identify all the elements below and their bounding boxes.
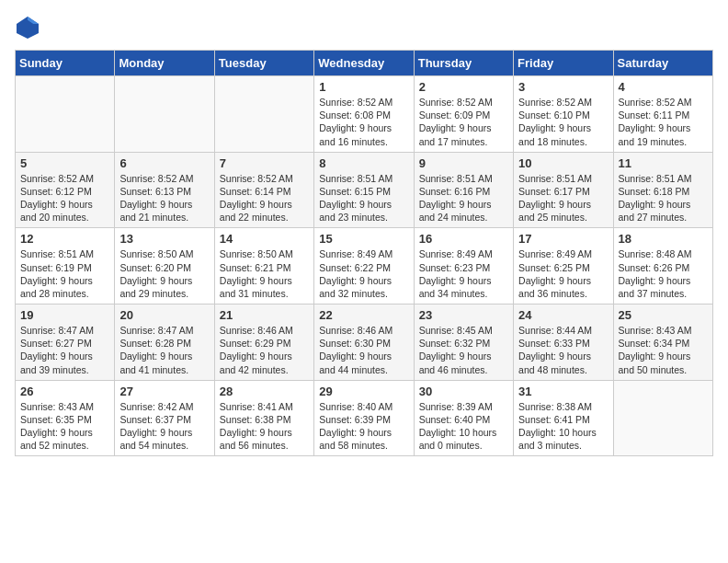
cell-info: Sunrise: 8:52 AM <box>619 96 708 109</box>
calendar-cell: 3Sunrise: 8:52 AMSunset: 6:10 PMDaylight… <box>514 76 613 153</box>
weekday-header-saturday: Saturday <box>613 51 712 76</box>
cell-info: Sunrise: 8:46 AM <box>220 324 309 337</box>
cell-info: Daylight: 9 hours and 50 minutes. <box>619 350 708 375</box>
cell-info: Sunrise: 8:50 AM <box>220 247 309 260</box>
cell-info: Sunrise: 8:47 AM <box>119 324 209 337</box>
cell-info: Sunset: 6:39 PM <box>319 413 408 426</box>
cell-info: Daylight: 9 hours and 42 minutes. <box>220 350 309 375</box>
calendar-cell: 1Sunrise: 8:52 AMSunset: 6:08 PMDaylight… <box>314 76 414 153</box>
day-number: 19 <box>20 308 109 322</box>
cell-info: Sunrise: 8:52 AM <box>419 96 508 109</box>
cell-info: Daylight: 9 hours and 37 minutes. <box>619 274 708 300</box>
calendar-week-3: 12Sunrise: 8:51 AMSunset: 6:19 PMDayligh… <box>16 228 713 304</box>
cell-info: Sunset: 6:27 PM <box>20 337 109 350</box>
cell-info: Daylight: 9 hours and 28 minutes. <box>20 274 109 300</box>
day-number: 14 <box>220 232 309 246</box>
day-number: 12 <box>20 232 109 246</box>
cell-info: Sunset: 6:40 PM <box>419 413 508 426</box>
cell-info: Sunset: 6:34 PM <box>619 337 708 350</box>
day-number: 20 <box>119 308 209 322</box>
cell-info: Daylight: 9 hours and 44 minutes. <box>319 350 408 375</box>
cell-info: Sunset: 6:09 PM <box>419 109 508 121</box>
calendar-cell: 16Sunrise: 8:49 AMSunset: 6:23 PMDayligh… <box>414 228 513 304</box>
cell-info: Sunrise: 8:49 AM <box>419 247 508 260</box>
cell-info: Sunset: 6:30 PM <box>319 337 408 350</box>
day-number: 27 <box>119 385 209 398</box>
cell-info: Sunrise: 8:49 AM <box>319 247 408 260</box>
calendar-cell: 2Sunrise: 8:52 AMSunset: 6:09 PMDaylight… <box>414 76 513 153</box>
cell-info: Daylight: 9 hours and 48 minutes. <box>518 350 608 375</box>
day-number: 22 <box>319 308 408 322</box>
day-number: 4 <box>619 80 708 94</box>
cell-info: Daylight: 9 hours and 36 minutes. <box>518 274 608 300</box>
cell-info: Daylight: 9 hours and 18 minutes. <box>518 121 608 147</box>
logo <box>15 15 44 40</box>
cell-info: Sunrise: 8:42 AM <box>119 400 209 413</box>
cell-info: Daylight: 9 hours and 16 minutes. <box>319 121 408 147</box>
cell-info: Sunset: 6:13 PM <box>119 185 209 198</box>
cell-info: Sunrise: 8:47 AM <box>20 324 109 337</box>
day-number: 30 <box>419 385 508 398</box>
calendar-cell <box>16 76 115 153</box>
cell-info: Sunrise: 8:50 AM <box>119 247 209 260</box>
cell-info: Daylight: 9 hours and 32 minutes. <box>319 274 408 300</box>
calendar-cell: 5Sunrise: 8:52 AMSunset: 6:12 PMDaylight… <box>16 152 115 228</box>
cell-info: Sunrise: 8:43 AM <box>619 324 708 337</box>
cell-info: Sunset: 6:18 PM <box>619 185 708 198</box>
cell-info: Sunrise: 8:52 AM <box>119 172 209 185</box>
day-number: 5 <box>20 156 109 170</box>
cell-info: Sunset: 6:38 PM <box>220 413 309 426</box>
calendar-table: SundayMondayTuesdayWednesdayThursdayFrid… <box>15 50 713 456</box>
cell-info: Sunrise: 8:52 AM <box>518 96 608 109</box>
cell-info: Sunset: 6:23 PM <box>419 261 508 274</box>
cell-info: Sunrise: 8:45 AM <box>419 324 508 337</box>
cell-info: Sunrise: 8:41 AM <box>220 400 309 413</box>
cell-info: Sunset: 6:37 PM <box>119 413 209 426</box>
calendar-cell: 20Sunrise: 8:47 AMSunset: 6:28 PMDayligh… <box>115 304 214 381</box>
day-number: 7 <box>220 156 309 170</box>
cell-info: Sunrise: 8:51 AM <box>518 172 608 185</box>
cell-info: Daylight: 9 hours and 19 minutes. <box>619 121 708 147</box>
cell-info: Daylight: 9 hours and 31 minutes. <box>220 274 309 300</box>
cell-info: Sunrise: 8:49 AM <box>518 247 608 260</box>
cell-info: Daylight: 10 hours and 0 minutes. <box>419 426 508 452</box>
cell-info: Daylight: 10 hours and 3 minutes. <box>518 426 608 452</box>
cell-info: Sunset: 6:22 PM <box>319 261 408 274</box>
day-number: 15 <box>319 232 408 246</box>
calendar-cell: 19Sunrise: 8:47 AMSunset: 6:27 PMDayligh… <box>16 304 115 381</box>
cell-info: Sunrise: 8:43 AM <box>20 400 109 413</box>
calendar-week-2: 5Sunrise: 8:52 AMSunset: 6:12 PMDaylight… <box>16 152 713 228</box>
cell-info: Sunset: 6:28 PM <box>119 337 209 350</box>
cell-info: Sunrise: 8:51 AM <box>20 247 109 260</box>
calendar-cell <box>613 380 712 456</box>
day-number: 28 <box>220 385 309 398</box>
cell-info: Daylight: 9 hours and 52 minutes. <box>20 426 109 452</box>
calendar-cell: 23Sunrise: 8:45 AMSunset: 6:32 PMDayligh… <box>414 304 513 381</box>
cell-info: Sunrise: 8:52 AM <box>220 172 309 185</box>
day-number: 8 <box>319 156 408 170</box>
day-number: 25 <box>619 308 708 322</box>
cell-info: Sunset: 6:33 PM <box>518 337 608 350</box>
calendar-cell: 12Sunrise: 8:51 AMSunset: 6:19 PMDayligh… <box>16 228 115 304</box>
cell-info: Sunset: 6:25 PM <box>518 261 608 274</box>
calendar-week-5: 26Sunrise: 8:43 AMSunset: 6:35 PMDayligh… <box>16 380 713 456</box>
weekday-header-wednesday: Wednesday <box>314 51 414 76</box>
cell-info: Sunset: 6:16 PM <box>419 185 508 198</box>
day-number: 18 <box>619 232 708 246</box>
calendar-cell: 28Sunrise: 8:41 AMSunset: 6:38 PMDayligh… <box>214 380 313 456</box>
day-number: 16 <box>419 232 508 246</box>
cell-info: Daylight: 9 hours and 22 minutes. <box>220 198 309 224</box>
cell-info: Daylight: 9 hours and 24 minutes. <box>419 198 508 224</box>
calendar-cell: 25Sunrise: 8:43 AMSunset: 6:34 PMDayligh… <box>613 304 712 381</box>
calendar-week-1: 1Sunrise: 8:52 AMSunset: 6:08 PMDaylight… <box>16 76 713 153</box>
cell-info: Daylight: 9 hours and 41 minutes. <box>119 350 209 375</box>
cell-info: Sunset: 6:41 PM <box>518 413 608 426</box>
day-number: 26 <box>20 385 109 398</box>
cell-info: Sunset: 6:35 PM <box>20 413 109 426</box>
calendar-week-4: 19Sunrise: 8:47 AMSunset: 6:27 PMDayligh… <box>16 304 713 381</box>
cell-info: Sunrise: 8:51 AM <box>419 172 508 185</box>
page-header <box>15 15 713 40</box>
cell-info: Sunset: 6:15 PM <box>319 185 408 198</box>
weekday-header-sunday: Sunday <box>16 51 115 76</box>
calendar-cell: 7Sunrise: 8:52 AMSunset: 6:14 PMDaylight… <box>214 152 313 228</box>
